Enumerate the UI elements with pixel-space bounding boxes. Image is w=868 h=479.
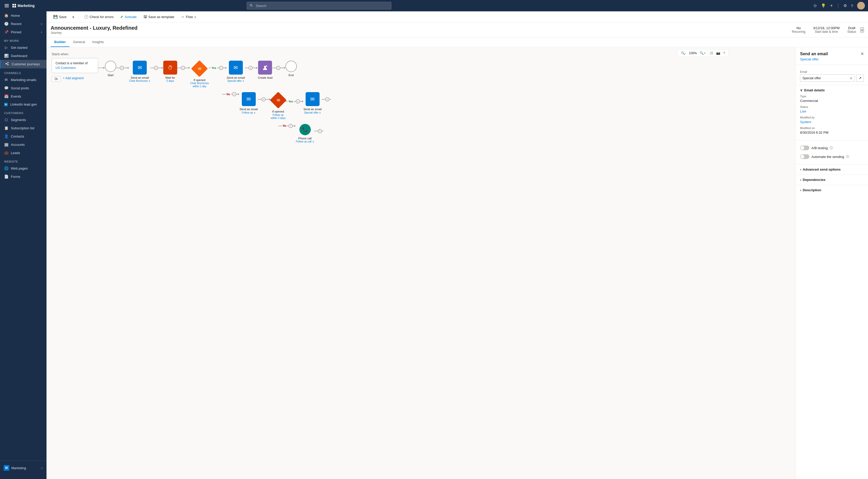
app-name: Marketing [18,4,35,8]
add-node-end[interactable]: + [276,66,280,70]
if-opened-node-1[interactable]: ✉ If opened Chair Brochureswithin 1 day [190,63,209,88]
email-details-toggle[interactable]: ∨ Email details [800,88,864,92]
screenshot-button[interactable]: 📷 [715,50,721,56]
collapse-button[interactable]: ∨ [860,27,864,33]
add-segment-link[interactable]: + Add segment [63,76,84,80]
search-bar[interactable]: 🔍 [247,2,392,9]
panel-close-button[interactable]: ✕ [861,52,864,56]
add-node-button-5[interactable]: + [261,97,266,101]
help-icon[interactable]: ? [851,4,853,8]
dependencies-toggle[interactable]: › Dependencies [800,178,864,182]
tab-insights[interactable]: Insights [89,37,107,47]
wait-square[interactable]: ⏱ [163,61,177,75]
add-node-button-4[interactable]: + [249,66,253,70]
canvas-area[interactable]: 🔍- 100% 🔍+ ⊡ 📷 ? Starts when: [46,47,796,479]
sidebar-item-contacts[interactable]: 👤 Contacts [0,132,46,140]
email-square-1[interactable]: ✉ [133,61,147,75]
connector-5: + [258,92,271,107]
segment-area: Contact is a member of US Customers Or +… [52,58,98,82]
flow-button[interactable]: ↔ Flow ∨ [179,13,199,20]
sidebar-item-customer-journeys[interactable]: Customer journeys [0,60,46,68]
automate-info-icon[interactable]: ⓘ [846,155,849,159]
fit-screen-button[interactable]: ⊡ [709,50,714,56]
tab-general[interactable]: General [69,37,89,47]
yes-label-2: Yes [287,100,293,103]
zoom-in-button[interactable]: 🔍+ [699,50,707,56]
sidebar-item-marketing-emails[interactable]: ✉ Marketing emails [0,76,46,84]
help-canvas-button[interactable]: ? [722,50,726,56]
save-button[interactable]: 💾 Save [51,13,69,20]
connector-2: + [150,61,163,75]
sidebar-item-get-started[interactable]: ▷ Get started [0,43,46,52]
create-lead-node[interactable]: Create lead [258,61,273,79]
sidebar-item-leads[interactable]: 💼 Leads [0,149,46,157]
add-node-yes[interactable]: + [219,66,223,70]
user-avatar[interactable] [857,2,865,9]
hamburger-menu[interactable] [3,3,10,8]
chevron-down-icon: ∨ [850,76,852,80]
add-node-button-2[interactable]: + [154,66,158,70]
email-square-4[interactable]: ✉ [306,92,319,106]
sidebar-item-pinned[interactable]: 📌 Pinned ∨ [0,28,46,36]
ab-testing-info-icon[interactable]: ⓘ [830,146,833,150]
email-node-1[interactable]: ✉ Send an email Chair Brochures ∨ [129,61,150,82]
add-node-button-6[interactable]: + [325,97,330,101]
description-toggle[interactable]: › Description [800,188,864,192]
sidebar-item-recent[interactable]: 🕐 Recent ∨ [0,20,46,28]
phone-circle[interactable]: 📞 [300,124,311,135]
email-node-2[interactable]: ✉ Send an email Special offer ∨ [227,61,245,82]
ab-testing-toggle[interactable] [800,145,809,150]
recent-activity-icon[interactable]: ⊙ [813,3,817,8]
sidebar-item-linkedin[interactable]: in LinkedIn lead gen [0,100,46,108]
search-input[interactable] [256,4,389,8]
email-node-3[interactable]: ✉ Send an email Follow up ∨ [240,92,257,114]
no-branch-connector-1: No + [222,92,240,96]
home-icon: 🏠 [4,13,8,18]
email-square-2[interactable]: ✉ [229,61,243,75]
add-node-button-7[interactable]: + [318,129,322,133]
sidebar-item-forms[interactable]: 📄 Forms [0,172,46,181]
segment-box[interactable]: Contact is a member of US Customers [52,58,98,73]
settings-icon[interactable]: ⚙ [843,3,847,8]
sidebar-item-dashboard[interactable]: 📊 Dashboard [0,52,46,60]
add-node-no-2[interactable]: + [288,124,293,128]
save-template-button[interactable]: 🖫 Save as template [141,13,177,20]
add-node-button-3[interactable]: + [181,66,185,70]
if-opened-node-2[interactable]: ✉ If opened Follow upwithin 2 days [271,94,286,119]
add-node-button-1[interactable]: + [120,66,124,70]
ideas-icon[interactable]: 💡 [821,3,826,8]
if-diamond-1[interactable]: ✉ [191,60,208,77]
edit-email-button[interactable]: ↗ [857,74,864,82]
advanced-send-toggle[interactable]: › Advanced send options [800,168,864,171]
automate-toggle[interactable] [800,154,809,159]
chevron-down-icon: ∨ [312,140,314,143]
recent-icon: 🕐 [4,22,8,26]
start-circle[interactable] [105,61,116,72]
sidebar-item-web-pages[interactable]: 🌐 Web pages [0,164,46,172]
add-node-no-1[interactable]: + [232,92,237,96]
sidebar-item-accounts[interactable]: 🏢 Accounts [0,140,46,149]
sidebar-item-subscription-list[interactable]: 📋 Subscription list [0,124,46,132]
sidebar-item-segments[interactable]: ⬡ Segments [0,115,46,124]
or-button[interactable]: Or [52,76,61,82]
zoom-out-button[interactable]: 🔍- [680,50,687,56]
save-dropdown-button[interactable]: ∨ [71,14,76,20]
email-square-3[interactable]: ✉ [242,92,256,106]
sidebar-item-events[interactable]: 📅 Events [0,92,46,100]
add-node-yes-2[interactable]: + [296,99,300,103]
segment-link[interactable]: US Customers [56,66,76,70]
sidebar-item-social-posts[interactable]: 💬 Social posts [0,84,46,92]
wait-node[interactable]: ⏱ Wait for 5 days [163,61,177,82]
status-label: Status [800,105,864,108]
activate-button[interactable]: ✔ Activate [118,13,139,20]
lead-square[interactable] [258,61,272,75]
email-select[interactable]: Special offer ∨ [800,74,855,82]
if-diamond-2[interactable]: ✉ [270,92,286,109]
email-node-4[interactable]: ✉ Send an email Special offer ∨ [304,92,322,114]
phone-call-node[interactable]: 📞 Phone call Follow up call ∨ [296,124,314,143]
check-errors-button[interactable]: 🕐 Check for errors [82,13,116,20]
add-icon[interactable]: + [830,3,833,8]
sidebar-item-home[interactable]: 🏠 Home [0,11,46,20]
bottom-app-switcher[interactable]: M Marketing ◇ [4,464,43,472]
tab-builder[interactable]: Builder [51,37,69,47]
